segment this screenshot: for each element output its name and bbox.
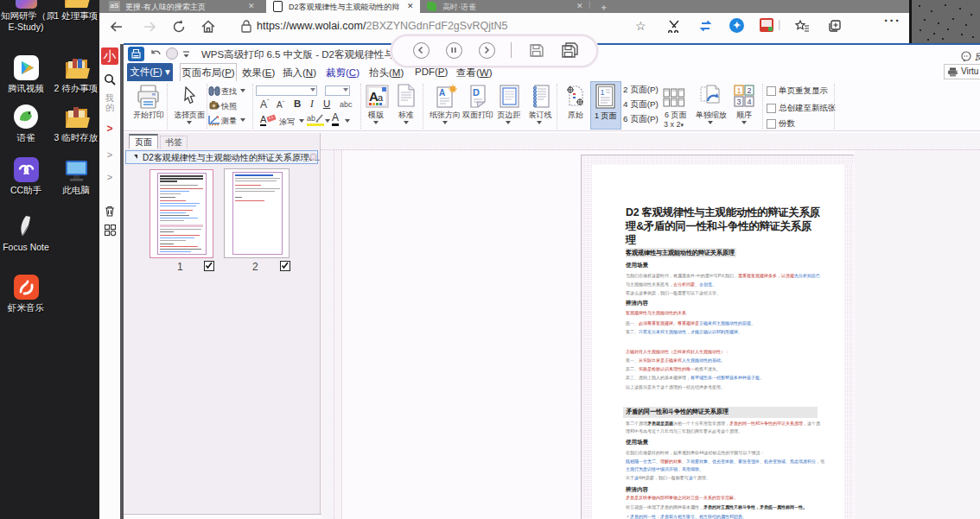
- svg-text:A: A: [439, 88, 445, 98]
- svg-text:4: 4: [748, 98, 752, 106]
- svg-text:2: 2: [748, 86, 752, 95]
- svg-text:3: 3: [737, 98, 741, 106]
- svg-text:a: a: [378, 92, 384, 103]
- svg-text:1: 1: [601, 88, 605, 97]
- svg-text:1: 1: [737, 86, 741, 95]
- svg-text:D: D: [473, 87, 480, 98]
